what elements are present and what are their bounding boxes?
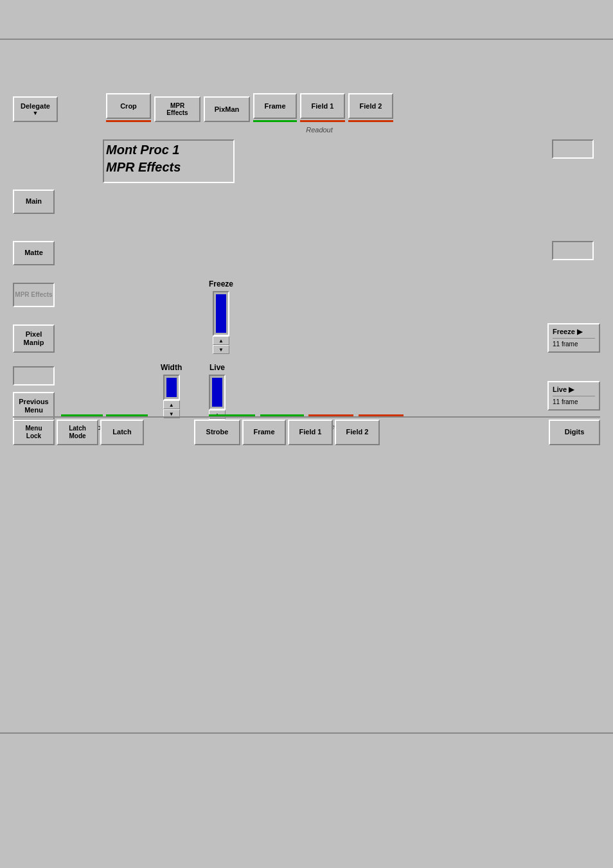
mid-separator bbox=[13, 416, 600, 418]
freeze-right-frames: 11 frame bbox=[553, 338, 595, 349]
bottom-button-row: Menu Lock Latch Mode Latch Strobe Frame … bbox=[13, 418, 600, 447]
width-section: Width ▲ ▼ bbox=[161, 363, 182, 418]
delegate-button[interactable]: Delegate ▼ bbox=[13, 96, 58, 122]
crop-label: Crop bbox=[120, 102, 137, 110]
mpr-effects-sidebar-inner[interactable]: MPR Effects bbox=[13, 283, 55, 307]
field2-bottom-underline bbox=[359, 414, 404, 416]
live-right-frames: 11 frame bbox=[553, 396, 595, 407]
bottom-rule bbox=[0, 732, 613, 734]
strobe-label: Strobe bbox=[206, 428, 229, 436]
crop-col: Crop bbox=[106, 93, 151, 122]
field2-underline bbox=[348, 120, 393, 122]
header-button-row: Delegate ▼ Crop MPR Effects PixMan bbox=[13, 87, 600, 122]
top-right-rect bbox=[552, 139, 594, 159]
freeze-slider-fill bbox=[216, 294, 226, 333]
menu-lock-button[interactable]: Menu Lock bbox=[13, 420, 55, 445]
field1-label: Field 1 bbox=[312, 102, 334, 110]
digits-button[interactable]: Digits bbox=[549, 420, 600, 445]
frame-label: Frame bbox=[264, 102, 285, 110]
main-btn-inner[interactable]: Main bbox=[13, 190, 55, 214]
field1-col: Field 1 Readout bbox=[300, 93, 345, 122]
strobe-button[interactable]: Strobe bbox=[194, 420, 240, 445]
main-button[interactable]: Main bbox=[13, 190, 55, 214]
latch-button[interactable]: Latch bbox=[100, 420, 144, 445]
strobe-underline bbox=[209, 414, 255, 416]
delegate-arrow-icon: ▼ bbox=[33, 110, 39, 116]
mpr-effects-col: MPR Effects bbox=[154, 96, 200, 122]
frame-button[interactable]: Frame bbox=[253, 93, 297, 119]
matte-label: Matte bbox=[24, 249, 43, 257]
pixel-manip-btn-inner[interactable]: Pixel Manip bbox=[13, 324, 55, 353]
freeze-right-btn-inner[interactable]: Freeze ▶ 11 frame bbox=[547, 323, 600, 353]
freeze-label: Freeze bbox=[209, 279, 233, 288]
readout-label: Readout bbox=[306, 126, 333, 134]
pixman-col: PixMan bbox=[204, 96, 250, 122]
field1-underline bbox=[300, 120, 345, 122]
field1-button[interactable]: Field 1 bbox=[300, 93, 345, 119]
live-slider-fill bbox=[212, 378, 222, 407]
latch-underline bbox=[106, 414, 148, 416]
field1-bottom-button[interactable]: Field 1 bbox=[288, 420, 333, 445]
pixman-button[interactable]: PixMan bbox=[204, 96, 250, 122]
main-panel: Delegate ▼ Crop MPR Effects PixMan bbox=[13, 87, 600, 447]
mpr-effects-sidebar-label: MPR Effects bbox=[15, 291, 52, 299]
menu-lock-label: Menu Lock bbox=[18, 425, 49, 440]
right-rect-2 bbox=[552, 241, 594, 260]
crop-button[interactable]: Crop bbox=[106, 93, 151, 119]
freeze-spinner: ▲ ▼ bbox=[213, 336, 229, 354]
field2-button[interactable]: Field 2 bbox=[348, 93, 393, 119]
mpr-effects-sidebar-button[interactable]: MPR Effects bbox=[13, 283, 55, 307]
freeze-spinner-down[interactable]: ▼ bbox=[213, 345, 229, 354]
freeze-spinner-up[interactable]: ▲ bbox=[213, 336, 229, 345]
live-right-btn-inner[interactable]: Live ▶ 11 frame bbox=[547, 381, 600, 411]
width-slider-track[interactable] bbox=[163, 375, 180, 400]
pixman-label: PixMan bbox=[215, 105, 240, 113]
frame-col: Frame bbox=[253, 93, 297, 122]
pixel-manip-button[interactable]: Pixel Manip bbox=[13, 324, 55, 353]
blank-button-left[interactable] bbox=[13, 366, 55, 385]
latch-mode-label: Latch Mode bbox=[62, 425, 93, 440]
latch-label: Latch bbox=[112, 428, 131, 436]
matte-button[interactable]: Matte bbox=[13, 241, 55, 265]
width-spinner: ▲ ▼ bbox=[163, 400, 180, 418]
title-section: Mont Proc 1 MPR Effects bbox=[106, 141, 181, 176]
field2-bottom-label: Field 2 bbox=[346, 428, 369, 436]
frame-bottom-label: Frame bbox=[253, 428, 274, 436]
mpr-effects-button[interactable]: MPR Effects bbox=[154, 96, 200, 122]
latch-mode-underline bbox=[61, 414, 103, 416]
live-right-label: Live ▶ bbox=[553, 385, 595, 394]
field2-bottom-button[interactable]: Field 2 bbox=[335, 420, 380, 445]
delegate-label: Delegate bbox=[21, 102, 50, 110]
freeze-right-button[interactable]: Freeze ▶ 11 frame bbox=[547, 323, 600, 353]
top-rule bbox=[0, 39, 613, 40]
freeze-section: Freeze ▲ ▼ bbox=[209, 279, 233, 354]
field2-col: Field 2 bbox=[348, 93, 393, 122]
frame-underline bbox=[253, 120, 297, 122]
readout-area: Readout bbox=[274, 125, 364, 134]
width-spinner-up[interactable]: ▲ bbox=[163, 400, 180, 409]
digits-label: Digits bbox=[565, 428, 585, 436]
field1-bottom-underline bbox=[308, 414, 353, 416]
live-right-button[interactable]: Live ▶ 11 frame bbox=[547, 381, 600, 411]
freeze-slider-track[interactable] bbox=[213, 291, 229, 336]
field2-label: Field 2 bbox=[360, 102, 382, 110]
delegate-col: Delegate ▼ bbox=[13, 96, 58, 122]
crop-underline bbox=[106, 120, 151, 122]
main-label: Main bbox=[26, 197, 42, 206]
latch-mode-button[interactable]: Latch Mode bbox=[57, 420, 98, 445]
frame-bottom-underline bbox=[260, 414, 304, 416]
frame-bottom-button[interactable]: Frame bbox=[242, 420, 286, 445]
previous-menu-label: Previous Menu bbox=[18, 398, 49, 414]
matte-btn-inner[interactable]: Matte bbox=[13, 241, 55, 265]
width-label: Width bbox=[161, 363, 182, 372]
live-label: Live bbox=[209, 363, 225, 372]
mpr-effects-label: MPR Effects bbox=[159, 102, 196, 116]
title-line1: Mont Proc 1 bbox=[106, 141, 181, 159]
width-slider-fill bbox=[166, 378, 177, 397]
title-line2: MPR Effects bbox=[106, 159, 181, 176]
freeze-right-label: Freeze ▶ bbox=[553, 327, 595, 337]
live-slider-track[interactable] bbox=[209, 375, 226, 410]
field1-bottom-label: Field 1 bbox=[299, 428, 322, 436]
pixel-manip-label: Pixel Manip bbox=[18, 330, 49, 347]
